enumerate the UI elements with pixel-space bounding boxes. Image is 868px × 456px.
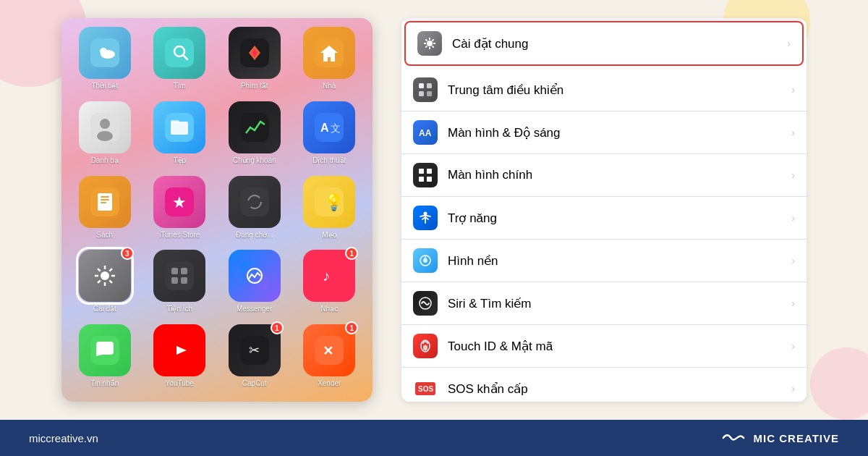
app-item-xender[interactable]: ✕1Xender bbox=[295, 324, 365, 393]
svg-rect-63 bbox=[419, 83, 424, 88]
app-icon-itunes: ★ bbox=[153, 176, 205, 228]
app-icon-messenger bbox=[229, 250, 281, 302]
svg-rect-70 bbox=[419, 177, 424, 182]
svg-rect-14 bbox=[240, 113, 269, 142]
app-item-books[interactable]: Sách bbox=[70, 176, 140, 245]
settings-item-siri[interactable]: Siri & Tìm kiếm› bbox=[401, 282, 807, 325]
app-item-find[interactable]: Tìm bbox=[145, 27, 215, 96]
svg-line-58 bbox=[425, 46, 427, 48]
app-item-messenger[interactable]: Messenger bbox=[220, 250, 289, 318]
svg-rect-71 bbox=[427, 177, 432, 182]
app-icon-messages bbox=[79, 324, 131, 376]
settings-item-touchid[interactable]: Touch ID & Mật mã› bbox=[401, 325, 807, 368]
settings-label-wallpaper: Hình nền bbox=[448, 253, 791, 269]
app-item-music[interactable]: ♪1Nhạc bbox=[295, 250, 365, 318]
app-label-music: Nhạc bbox=[320, 305, 338, 313]
app-item-files[interactable]: Tệp bbox=[145, 101, 215, 170]
svg-text:💡: 💡 bbox=[324, 193, 344, 212]
app-label-messenger: Messenger bbox=[237, 305, 272, 313]
app-icon-home bbox=[303, 27, 355, 79]
app-icon-find bbox=[153, 27, 205, 79]
svg-line-62 bbox=[433, 39, 434, 41]
svg-line-56 bbox=[433, 46, 434, 48]
app-icon-youtube bbox=[153, 324, 205, 376]
settings-chevron-homescreen: › bbox=[791, 169, 795, 181]
svg-text:★: ★ bbox=[172, 193, 187, 211]
svg-text:✕: ✕ bbox=[323, 344, 333, 358]
app-label-shortcuts: Phím tắt bbox=[241, 82, 268, 90]
svg-text:SOS: SOS bbox=[418, 385, 433, 393]
app-label-translate: Dịch thuật bbox=[312, 156, 346, 164]
app-label-utilities: Tiện ích bbox=[166, 305, 192, 313]
app-item-contacts[interactable]: Danh bạ bbox=[70, 101, 140, 170]
svg-rect-22 bbox=[101, 202, 106, 203]
settings-chevron-accessibility: › bbox=[791, 212, 795, 224]
app-label-settings: Cài đặt bbox=[93, 305, 116, 313]
settings-label-display: Màn hình & Độ sáng bbox=[448, 125, 791, 140]
settings-item-sos[interactable]: SOSSOS khẩn cấp› bbox=[401, 368, 807, 402]
app-item-itunes[interactable]: ★iTunes Store bbox=[145, 176, 215, 245]
svg-text:文: 文 bbox=[331, 122, 341, 134]
badge-xender: 1 bbox=[345, 321, 358, 334]
settings-item-wallpaper[interactable]: Hình nền› bbox=[401, 240, 807, 282]
app-label-contacts: Danh bạ bbox=[91, 156, 119, 164]
settings-icon-sos: SOS bbox=[413, 376, 438, 401]
svg-point-9 bbox=[100, 119, 110, 129]
app-item-settings[interactable]: 3Cài đặt bbox=[70, 250, 140, 318]
app-item-youtube[interactable]: YouTube bbox=[145, 324, 215, 393]
app-item-tips[interactable]: 💡Mẹo bbox=[295, 176, 365, 245]
settings-item-homescreen[interactable]: Màn hình chính› bbox=[401, 154, 807, 197]
svg-rect-65 bbox=[419, 91, 424, 96]
svg-line-33 bbox=[98, 281, 101, 284]
settings-label-sos: SOS khẩn cấp bbox=[448, 381, 791, 397]
app-item-capcut[interactable]: ✂1CapCut bbox=[220, 324, 289, 393]
svg-rect-43 bbox=[240, 261, 269, 290]
phone-inner: Thời tiếtTìmPhím tắtNhàDanh bạTệpChứng k… bbox=[61, 18, 373, 402]
app-icon-shortcuts bbox=[229, 27, 281, 79]
footer-brand-name: MIC CREATIVE bbox=[754, 432, 839, 444]
settings-icon-siri bbox=[413, 291, 438, 316]
svg-line-31 bbox=[109, 281, 112, 284]
svg-rect-25 bbox=[240, 187, 269, 216]
app-label-weather: Thời tiết bbox=[92, 82, 118, 90]
settings-chevron-touchid: › bbox=[791, 340, 795, 352]
svg-point-29 bbox=[101, 271, 109, 280]
app-item-weather[interactable]: Thời tiết bbox=[70, 27, 140, 96]
mic-creative-logo-icon bbox=[720, 429, 746, 447]
app-item-messages[interactable]: Tin nhắn bbox=[70, 324, 140, 393]
settings-item-general[interactable]: Cài đặt chung› bbox=[404, 21, 804, 66]
app-item-translate[interactable]: A文Dịch thuật bbox=[295, 101, 365, 170]
svg-rect-38 bbox=[165, 261, 194, 290]
app-icon-contacts bbox=[79, 101, 131, 153]
settings-item-display[interactable]: AAMàn hình & Độ sáng› bbox=[401, 111, 807, 154]
app-label-messages: Tin nhắn bbox=[90, 379, 119, 387]
svg-point-54 bbox=[427, 41, 433, 46]
svg-line-60 bbox=[425, 39, 427, 41]
app-item-shortcuts[interactable]: Phím tắt bbox=[220, 27, 289, 96]
svg-point-72 bbox=[424, 212, 427, 216]
svg-point-2 bbox=[101, 50, 115, 59]
settings-label-accessibility: Trợ năng bbox=[448, 211, 791, 226]
settings-label-touchid: Touch ID & Mật mã bbox=[448, 339, 791, 354]
footer: miccreative.vn MIC CREATIVE bbox=[0, 420, 868, 456]
settings-list: Cài đặt chung›Trung tâm điều khiển›AAMàn… bbox=[401, 21, 807, 402]
app-label-tips: Mẹo bbox=[322, 231, 336, 239]
badge-music: 1 bbox=[345, 247, 358, 260]
svg-line-35 bbox=[98, 269, 101, 271]
app-label-waiting: Đang chờ... bbox=[236, 231, 273, 239]
settings-item-accessibility[interactable]: Trợ năng› bbox=[401, 197, 807, 240]
app-label-itunes: iTunes Store bbox=[159, 231, 200, 239]
app-item-waiting[interactable]: Đang chờ... bbox=[220, 176, 289, 245]
app-icon-files bbox=[153, 101, 205, 153]
settings-chevron-control: › bbox=[791, 84, 795, 96]
svg-rect-13 bbox=[171, 120, 179, 123]
app-item-home[interactable]: Nhà bbox=[295, 27, 365, 96]
svg-rect-64 bbox=[427, 83, 432, 88]
settings-icon-wallpaper bbox=[413, 248, 438, 273]
app-icon-books bbox=[79, 176, 131, 228]
app-item-stocks[interactable]: Chứng khoán bbox=[220, 101, 289, 170]
app-icon-weather bbox=[79, 27, 131, 79]
app-item-utilities[interactable]: Tiện ích bbox=[145, 250, 215, 318]
settings-item-control[interactable]: Trung tâm điều khiển› bbox=[401, 69, 807, 111]
svg-rect-21 bbox=[101, 199, 109, 200]
